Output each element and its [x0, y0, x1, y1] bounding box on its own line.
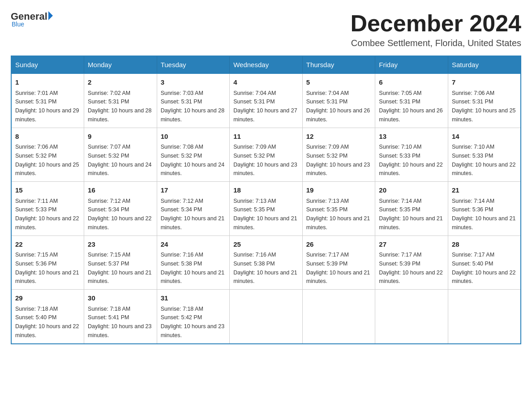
col-saturday: Saturday [448, 56, 521, 73]
day-info: Sunrise: 7:13 AMSunset: 5:35 PMDaylight:… [233, 198, 297, 231]
table-row: 18Sunrise: 7:13 AMSunset: 5:35 PMDayligh… [230, 182, 303, 236]
table-row: 12Sunrise: 7:09 AMSunset: 5:32 PMDayligh… [302, 128, 375, 182]
col-tuesday: Tuesday [157, 56, 230, 73]
table-row: 11Sunrise: 7:09 AMSunset: 5:32 PMDayligh… [230, 128, 303, 182]
day-info: Sunrise: 7:18 AMSunset: 5:40 PMDaylight:… [15, 306, 79, 338]
table-row [448, 290, 521, 344]
calendar-table: Sunday Monday Tuesday Wednesday Thursday… [11, 56, 521, 344]
table-row: 21Sunrise: 7:14 AMSunset: 5:36 PMDayligh… [448, 182, 521, 236]
day-number: 11 [233, 132, 299, 142]
day-number: 7 [452, 77, 517, 88]
day-info: Sunrise: 7:15 AMSunset: 5:36 PMDaylight:… [15, 252, 79, 284]
day-number: 15 [15, 185, 80, 196]
day-info: Sunrise: 7:17 AMSunset: 5:39 PMDaylight:… [379, 252, 442, 284]
day-info: Sunrise: 7:15 AMSunset: 5:37 PMDaylight:… [88, 252, 151, 284]
day-info: Sunrise: 7:14 AMSunset: 5:36 PMDaylight:… [452, 198, 515, 231]
day-number: 17 [161, 185, 226, 196]
table-row: 6Sunrise: 7:05 AMSunset: 5:31 PMDaylight… [375, 73, 448, 128]
table-row [302, 290, 375, 344]
day-number: 16 [88, 185, 153, 196]
table-row: 2Sunrise: 7:02 AMSunset: 5:31 PMDaylight… [84, 73, 157, 128]
day-number: 2 [88, 77, 153, 88]
logo: General Blue [11, 11, 53, 28]
day-number: 24 [161, 240, 226, 250]
day-number: 23 [88, 240, 153, 250]
table-row: 29Sunrise: 7:18 AMSunset: 5:40 PMDayligh… [11, 290, 84, 344]
day-info: Sunrise: 7:02 AMSunset: 5:31 PMDaylight:… [88, 90, 151, 123]
day-info: Sunrise: 7:17 AMSunset: 5:40 PMDaylight:… [452, 252, 515, 284]
col-friday: Friday [375, 56, 448, 73]
day-number: 13 [379, 132, 444, 142]
day-info: Sunrise: 7:03 AMSunset: 5:31 PMDaylight:… [161, 90, 224, 123]
day-number: 1 [15, 77, 80, 88]
calendar-header-row: Sunday Monday Tuesday Wednesday Thursday… [11, 56, 521, 73]
table-row: 4Sunrise: 7:04 AMSunset: 5:31 PMDaylight… [230, 73, 303, 128]
day-number: 10 [161, 132, 226, 142]
day-info: Sunrise: 7:09 AMSunset: 5:32 PMDaylight:… [306, 144, 370, 176]
table-row: 16Sunrise: 7:12 AMSunset: 5:34 PMDayligh… [84, 182, 157, 236]
month-title: December 2024 [350, 11, 521, 36]
col-thursday: Thursday [302, 56, 375, 73]
table-row: 1Sunrise: 7:01 AMSunset: 5:31 PMDaylight… [11, 73, 84, 128]
logo-blue-text: Blue [12, 21, 24, 28]
day-number: 5 [306, 77, 372, 88]
logo-triangle-icon [48, 11, 53, 20]
calendar-week-row: 1Sunrise: 7:01 AMSunset: 5:31 PMDaylight… [11, 73, 521, 128]
table-row: 31Sunrise: 7:18 AMSunset: 5:42 PMDayligh… [157, 290, 230, 344]
day-number: 26 [306, 240, 372, 250]
day-number: 9 [88, 132, 153, 142]
day-info: Sunrise: 7:18 AMSunset: 5:42 PMDaylight:… [161, 306, 224, 338]
day-info: Sunrise: 7:18 AMSunset: 5:41 PMDaylight:… [88, 306, 151, 338]
page-header: General Blue December 2024 Combee Settle… [11, 11, 521, 48]
col-monday: Monday [84, 56, 157, 73]
table-row: 30Sunrise: 7:18 AMSunset: 5:41 PMDayligh… [84, 290, 157, 344]
day-info: Sunrise: 7:17 AMSunset: 5:39 PMDaylight:… [306, 252, 370, 284]
day-number: 22 [15, 240, 80, 250]
table-row: 20Sunrise: 7:14 AMSunset: 5:35 PMDayligh… [375, 182, 448, 236]
day-info: Sunrise: 7:11 AMSunset: 5:33 PMDaylight:… [15, 198, 79, 231]
table-row: 17Sunrise: 7:12 AMSunset: 5:34 PMDayligh… [157, 182, 230, 236]
day-info: Sunrise: 7:05 AMSunset: 5:31 PMDaylight:… [379, 90, 442, 123]
day-number: 25 [233, 240, 299, 250]
day-number: 29 [15, 293, 80, 304]
day-number: 6 [379, 77, 444, 88]
table-row: 26Sunrise: 7:17 AMSunset: 5:39 PMDayligh… [302, 235, 375, 290]
day-number: 20 [379, 185, 444, 196]
table-row: 10Sunrise: 7:08 AMSunset: 5:32 PMDayligh… [157, 128, 230, 182]
day-info: Sunrise: 7:16 AMSunset: 5:38 PMDaylight:… [161, 252, 224, 284]
calendar-week-row: 29Sunrise: 7:18 AMSunset: 5:40 PMDayligh… [11, 290, 521, 344]
table-row [230, 290, 303, 344]
day-info: Sunrise: 7:10 AMSunset: 5:33 PMDaylight:… [379, 144, 442, 176]
day-number: 18 [233, 185, 299, 196]
table-row: 7Sunrise: 7:06 AMSunset: 5:31 PMDaylight… [448, 73, 521, 128]
day-number: 12 [306, 132, 372, 142]
table-row: 15Sunrise: 7:11 AMSunset: 5:33 PMDayligh… [11, 182, 84, 236]
day-number: 31 [161, 293, 226, 304]
day-info: Sunrise: 7:04 AMSunset: 5:31 PMDaylight:… [233, 90, 297, 123]
table-row: 14Sunrise: 7:10 AMSunset: 5:33 PMDayligh… [448, 128, 521, 182]
day-number: 4 [233, 77, 299, 88]
calendar-week-row: 8Sunrise: 7:06 AMSunset: 5:32 PMDaylight… [11, 128, 521, 182]
col-sunday: Sunday [11, 56, 84, 73]
table-row: 19Sunrise: 7:13 AMSunset: 5:35 PMDayligh… [302, 182, 375, 236]
location-title: Combee Settlement, Florida, United State… [350, 38, 521, 48]
day-number: 28 [452, 240, 517, 250]
day-info: Sunrise: 7:14 AMSunset: 5:35 PMDaylight:… [379, 198, 442, 231]
day-info: Sunrise: 7:10 AMSunset: 5:33 PMDaylight:… [452, 144, 515, 176]
table-row: 25Sunrise: 7:16 AMSunset: 5:38 PMDayligh… [230, 235, 303, 290]
table-row: 22Sunrise: 7:15 AMSunset: 5:36 PMDayligh… [11, 235, 84, 290]
table-row: 5Sunrise: 7:04 AMSunset: 5:31 PMDaylight… [302, 73, 375, 128]
table-row: 8Sunrise: 7:06 AMSunset: 5:32 PMDaylight… [11, 128, 84, 182]
day-number: 14 [452, 132, 517, 142]
day-info: Sunrise: 7:04 AMSunset: 5:31 PMDaylight:… [306, 90, 370, 123]
day-info: Sunrise: 7:13 AMSunset: 5:35 PMDaylight:… [306, 198, 370, 231]
table-row: 24Sunrise: 7:16 AMSunset: 5:38 PMDayligh… [157, 235, 230, 290]
day-info: Sunrise: 7:07 AMSunset: 5:32 PMDaylight:… [88, 144, 151, 176]
day-info: Sunrise: 7:08 AMSunset: 5:32 PMDaylight:… [161, 144, 224, 176]
col-wednesday: Wednesday [230, 56, 303, 73]
day-number: 21 [452, 185, 517, 196]
table-row: 9Sunrise: 7:07 AMSunset: 5:32 PMDaylight… [84, 128, 157, 182]
table-row: 3Sunrise: 7:03 AMSunset: 5:31 PMDaylight… [157, 73, 230, 128]
day-number: 27 [379, 240, 444, 250]
day-info: Sunrise: 7:16 AMSunset: 5:38 PMDaylight:… [233, 252, 297, 284]
